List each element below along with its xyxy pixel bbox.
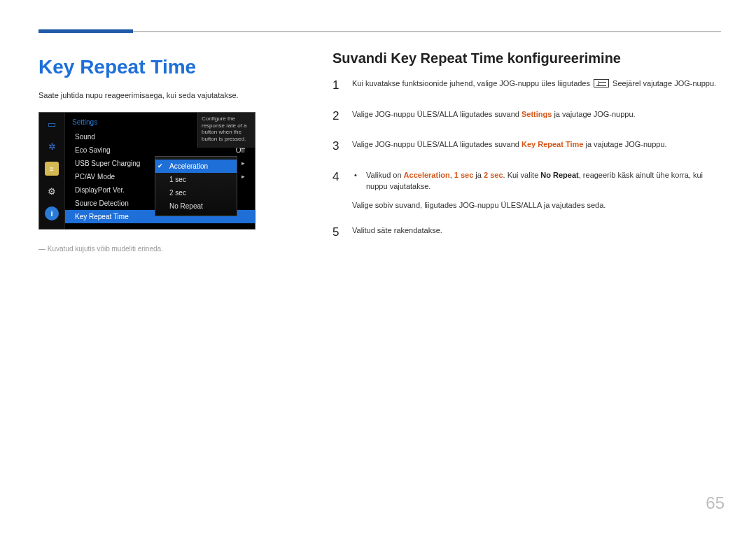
list-icon: ≡: [45, 162, 59, 176]
osd-sub-row: Acceleration: [155, 160, 237, 173]
monitor-icon: ▭: [45, 117, 59, 131]
step-item: 4 •Valikud on Acceleration, 1 sec ja 2 s…: [332, 168, 721, 211]
gear-icon: ⚙: [45, 184, 59, 198]
step-item: 2 Valige JOG-nuppu ÜLES/ALLA liigutades …: [332, 107, 721, 125]
info-icon: i: [45, 206, 59, 220]
header-accent: [38, 29, 133, 33]
step-item: 5 Valitud säte rakendatakse.: [332, 223, 721, 241]
brightness-icon: ✲: [45, 139, 59, 153]
section-title: Suvandi Key Repeat Time konfigureerimine: [332, 50, 721, 66]
bullet-icon: •: [352, 169, 359, 192]
footnote: Kuvatud kujutis võib mudeliti erineda.: [38, 245, 312, 253]
step-item: 3 Valige JOG-nuppu ÜLES/ALLA liigutades …: [332, 137, 721, 155]
chevron-right-icon: ▸: [241, 173, 245, 181]
osd-sub-row: No Repeat: [155, 199, 237, 213]
osd-sub-row: 1 sec: [155, 173, 237, 186]
menu-icon: [594, 79, 609, 87]
osd-tooltip: Configure the response rate of a button …: [197, 113, 255, 148]
page-number: 65: [706, 493, 724, 513]
osd-screenshot: ▭ ✲ ≡ ⚙ i Settings Sound▸ Eco SavingOff …: [38, 112, 255, 230]
osd-submenu: Acceleration 1 sec 2 sec No Repeat: [155, 156, 237, 216]
step-item: 1 Kui kuvatakse funktsioonide juhend, va…: [332, 76, 721, 94]
intro-text: Saate juhtida nupu reageerimisaega, kui …: [38, 91, 312, 99]
osd-sub-row: 2 sec: [155, 186, 237, 199]
header-rule: [38, 31, 721, 32]
chevron-right-icon: ▸: [241, 160, 245, 167]
